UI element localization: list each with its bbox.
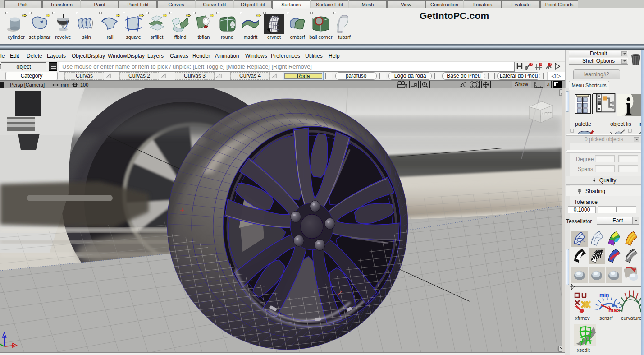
svg-text:scnsrf: scnsrf bbox=[599, 315, 613, 321]
svg-text:LEFT: LEFT bbox=[542, 111, 553, 116]
svg-text:xfrmcv: xfrmcv bbox=[575, 315, 590, 321]
svg-text:min: min bbox=[599, 292, 609, 298]
svg-text:xsedit: xsedit bbox=[577, 347, 590, 353]
svg-text:curvature: curvature bbox=[621, 315, 642, 321]
